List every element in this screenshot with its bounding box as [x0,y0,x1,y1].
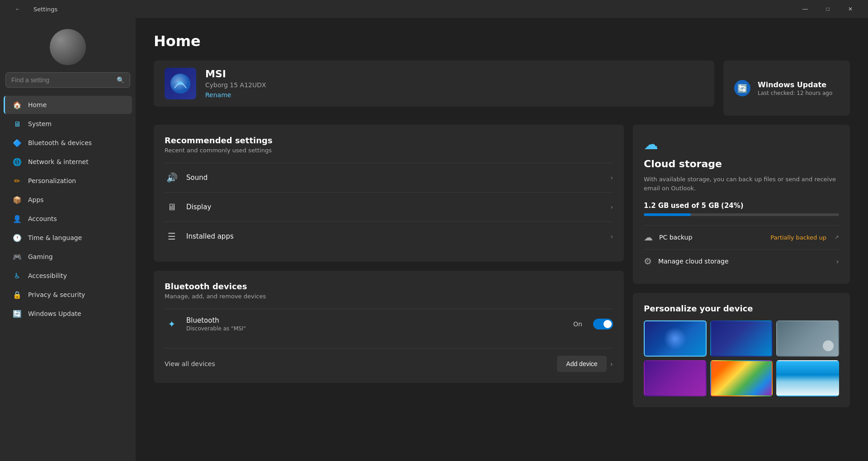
personalize-title: Personalize your device [644,304,839,313]
wallpaper-thumb-4[interactable] [644,360,707,396]
sidebar-item-network[interactable]: 🌐Network & internet [4,153,132,171]
recommended-subtitle: Recent and commonly used settings [165,147,613,154]
manage-cloud-chevron-icon: › [836,257,839,266]
time-nav-label: Time & language [28,234,82,241]
bluetooth-card-subtitle: Manage, add, and remove devices [165,293,613,300]
device-model: Cyborg 15 A12UDX [205,81,703,89]
wallpaper-thumb-6[interactable] [776,360,839,396]
search-input[interactable] [11,76,117,84]
sidebar-item-gaming[interactable]: 🎮Gaming [4,248,132,266]
close-button[interactable]: ✕ [840,2,861,16]
manage-cloud-label: Manage cloud storage [658,258,830,265]
bluetooth-toggle[interactable] [593,319,613,329]
manage-cloud-icon: ⚙ [644,256,652,267]
title-bar-left: ← Settings [7,2,57,16]
title-bar-title: Settings [33,6,57,13]
add-device-button[interactable]: Add device [557,356,606,372]
time-nav-icon: 🕐 [13,233,22,242]
gaming-nav-icon: 🎮 [13,252,22,261]
content-grid: Recommended settings Recent and commonly… [154,125,850,407]
msi-logo-icon [169,72,192,95]
sound-label: Sound [186,174,603,182]
sidebar-item-update[interactable]: 🔄Windows Update [4,305,132,323]
sidebar-item-bluetooth[interactable]: 🔷Bluetooth & devices [4,134,132,152]
app-body: 🔍 🏠Home🖥System🔷Bluetooth & devices🌐Netwo… [0,18,868,461]
recommended-title: Recommended settings [165,136,613,145]
display-label: Display [186,203,603,211]
sidebar-item-system[interactable]: 🖥System [4,115,132,133]
apps-nav-icon: 📦 [13,195,22,204]
device-info: MSI Cyborg 15 A12UDX Rename [205,68,703,99]
home-nav-label: Home [28,101,47,108]
sound-row[interactable]: 🔊 Sound › [165,163,613,192]
privacy-nav-label: Privacy & security [28,291,85,298]
sidebar-item-accounts[interactable]: 👤Accounts [4,210,132,228]
windows-update-info: Windows Update Last checked: 12 hours ag… [758,80,832,96]
display-row[interactable]: 🖥 Display › [165,192,613,221]
display-icon: 🖥 [165,200,179,214]
bluetooth-nav-label: Bluetooth & devices [28,139,92,146]
recommended-settings-card: Recommended settings Recent and commonly… [154,125,624,262]
page-title: Home [154,33,850,50]
privacy-nav-icon: 🔒 [13,290,22,299]
personalization-nav-label: Personalization [28,177,76,184]
sidebar: 🔍 🏠Home🖥System🔷Bluetooth & devices🌐Netwo… [0,18,136,461]
bluetooth-device-name: Bluetooth [186,316,566,325]
cloud-storage-title: Cloud storage [644,158,839,169]
sidebar-item-home[interactable]: 🏠Home [4,96,132,114]
wallpaper-thumb-3[interactable] [776,320,839,357]
header-row: MSI Cyborg 15 A12UDX Rename 🔄 Windows Up… [154,61,850,116]
display-chevron-icon: › [610,203,613,211]
windows-update-icon: 🔄 [734,80,750,96]
left-column: Recommended settings Recent and commonly… [154,125,624,407]
bluetooth-footer: View all devices Add device › [165,348,613,372]
apps-nav-label: Apps [28,196,44,203]
windows-update-card[interactable]: 🔄 Windows Update Last checked: 12 hours … [723,61,850,116]
installed-apps-chevron-icon: › [610,233,613,240]
pc-backup-icon: ☁ [644,232,653,243]
network-nav-label: Network & internet [28,158,89,165]
title-bar-controls: — □ ✕ [795,2,861,16]
sidebar-item-privacy[interactable]: 🔒Privacy & security [4,286,132,304]
sidebar-item-accessibility[interactable]: ♿Accessibility [4,267,132,285]
cloud-usage-text: 1.2 GB used of 5 GB (24%) [644,202,839,210]
cloud-icon: ☁ [644,136,839,153]
installed-apps-icon: ☰ [165,229,179,244]
windows-update-title: Windows Update [758,80,832,89]
search-box[interactable]: 🔍 [5,72,130,88]
cloud-used-gb: 1.2 GB [644,202,669,210]
installed-apps-label: Installed apps [186,232,603,240]
back-button[interactable]: ← [7,2,28,16]
windows-update-subtitle: Last checked: 12 hours ago [758,90,832,96]
pc-backup-row[interactable]: ☁ PC backup Partially backed up ↗ [644,225,839,249]
avatar [50,29,86,65]
gaming-nav-label: Gaming [28,253,53,260]
installed-apps-row[interactable]: ☰ Installed apps › [165,221,613,251]
cloud-storage-card: ☁ Cloud storage With available storage, … [633,125,850,284]
sidebar-item-apps[interactable]: 📦Apps [4,191,132,209]
device-logo [165,68,196,99]
maximize-button[interactable]: □ [817,2,838,16]
pc-backup-status[interactable]: Partially backed up [770,234,826,241]
system-nav-label: System [28,120,52,127]
wallpaper-thumb-2[interactable] [710,320,773,357]
sidebar-item-personalization[interactable]: ✏️Personalization [4,172,132,190]
minimize-button[interactable]: — [795,2,816,16]
avatar-image [50,29,86,65]
bluetooth-status-label: On [573,320,582,328]
pc-backup-label: PC backup [659,234,764,241]
manage-cloud-row[interactable]: ⚙ Manage cloud storage › [644,249,839,273]
cloud-usage-percent: ( [721,202,724,210]
update-nav-icon: 🔄 [13,309,22,318]
cloud-total-gb: 5 GB [701,202,719,210]
accounts-nav-icon: 👤 [13,214,22,223]
bluetooth-card: Bluetooth devices Manage, add, and remov… [154,271,624,383]
bluetooth-card-title: Bluetooth devices [165,282,613,291]
sidebar-item-time[interactable]: 🕐Time & language [4,229,132,247]
view-all-devices-link[interactable]: View all devices [165,360,215,367]
wallpaper-thumb-5[interactable] [710,360,773,396]
bluetooth-nav-icon: 🔷 [13,138,22,147]
rename-link[interactable]: Rename [205,91,231,99]
external-link-icon: ↗ [835,234,839,240]
wallpaper-thumb-1[interactable] [644,320,707,357]
